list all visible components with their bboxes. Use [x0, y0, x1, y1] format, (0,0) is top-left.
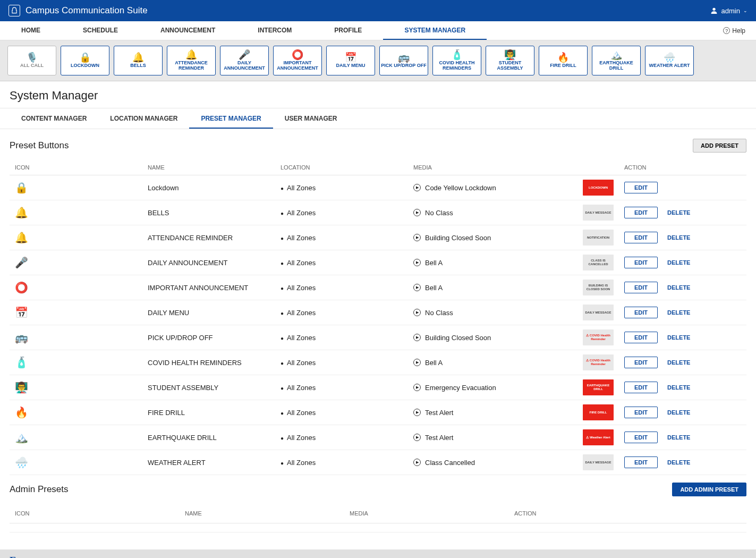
row-action: EDITDELETE	[619, 400, 746, 425]
play-icon[interactable]: ▶	[413, 259, 421, 266]
edit-button[interactable]: EDIT	[624, 456, 658, 468]
col-icon: ICON	[10, 504, 180, 523]
delete-link[interactable]: DELETE	[667, 434, 690, 441]
play-icon[interactable]: ▶	[413, 434, 421, 441]
edit-button[interactable]: EDIT	[624, 382, 658, 393]
subtab-location-manager[interactable]: LOCATION MANAGER	[98, 108, 189, 129]
row-location: ●All Zones	[275, 375, 408, 400]
row-location: ●All Zones	[275, 325, 408, 350]
subtab-content-manager[interactable]: CONTENT MANAGER	[10, 108, 98, 129]
preset-label: IMPORTANT ANNOUNCEMENT	[275, 61, 320, 71]
preset-quick-earthquake-drill[interactable]: 🏔️EARTHQUAKE DRILL	[592, 46, 641, 75]
row-icon: 🔔	[10, 200, 142, 225]
delete-link[interactable]: DELETE	[667, 334, 690, 341]
col-name: NAME	[180, 504, 344, 523]
edit-button[interactable]: EDIT	[624, 432, 658, 443]
preset-icon: 🌧️	[664, 53, 675, 62]
preset-quick-daily-announcement[interactable]: 🎤DAILY ANNOUNCEMENT	[220, 46, 269, 75]
delete-link[interactable]: DELETE	[667, 259, 690, 266]
help-link[interactable]: ? Help	[723, 27, 751, 35]
row-action: EDIT	[619, 175, 746, 200]
media-name: Building Closed Soon	[425, 334, 579, 342]
topnav-item-system-manager[interactable]: SYSTEM MANAGER	[383, 21, 487, 40]
play-icon[interactable]: ▶	[413, 459, 421, 466]
table-row: 🔥FIRE DRILL●All Zones▶Test AlertFIRE DRI…	[10, 400, 746, 425]
delete-link[interactable]: DELETE	[667, 459, 690, 466]
topnav-item-home[interactable]: HOME	[0, 21, 62, 40]
svg-point-0	[712, 8, 715, 11]
header-left: Campus Communication Suite	[9, 5, 148, 16]
delete-link[interactable]: DELETE	[667, 234, 690, 241]
user-menu[interactable]: admin ⌄	[710, 6, 747, 15]
preset-label: FIRE DRILL	[550, 63, 576, 69]
page-title: System Manager	[0, 81, 756, 108]
delete-link[interactable]: DELETE	[667, 409, 690, 416]
edit-button[interactable]: EDIT	[624, 232, 658, 243]
play-icon[interactable]: ▶	[413, 284, 421, 291]
play-icon[interactable]: ▶	[413, 184, 421, 191]
play-icon[interactable]: ▶	[413, 309, 421, 316]
edit-button[interactable]: EDIT	[624, 257, 658, 268]
preset-quick-pick-up-drop-off[interactable]: 🚌PICK UP/DROP OFF	[379, 46, 428, 75]
row-action: EDITDELETE	[619, 250, 746, 275]
add-preset-button[interactable]: ADD PRESET	[693, 139, 746, 153]
help-label: Help	[732, 27, 745, 35]
row-media: ▶Class CancelledDAILY MESSAGE	[408, 450, 619, 475]
preset-quick-covid-health-reminders[interactable]: 🧴COVID HEALTH REMINDERS	[432, 46, 481, 75]
preset-quick-bells[interactable]: 🔔BELLS	[114, 46, 163, 75]
topnav-item-schedule[interactable]: SCHEDULE	[62, 21, 139, 40]
play-icon[interactable]: ▶	[413, 384, 421, 391]
edit-button[interactable]: EDIT	[624, 182, 658, 193]
preset-quick-fire-drill[interactable]: 🔥FIRE DRILL	[539, 46, 588, 75]
subtab-user-manager[interactable]: USER MANAGER	[273, 108, 349, 129]
subtab-preset-manager[interactable]: PRESET MANAGER	[189, 108, 273, 129]
preset-buttons-section: Preset Buttons ADD PRESET ICONNAMELOCATI…	[0, 129, 756, 479]
add-admin-preset-button[interactable]: ADD ADMIN PRESET	[672, 483, 746, 496]
play-icon[interactable]: ▶	[413, 334, 421, 341]
preset-quick-important-announcement[interactable]: ⭕IMPORTANT ANNOUNCEMENT	[273, 46, 322, 75]
row-name: PICK UP/DROP OFF	[142, 325, 275, 350]
preset-icon: 🚌	[398, 53, 410, 62]
col-location: LOCATION	[275, 160, 408, 175]
preset-icon: 🎙️	[26, 53, 38, 62]
media-name: Code Yellow Lockdown	[425, 184, 579, 192]
table-row: 📅DAILY MENU●All Zones▶No ClassDAILY MESS…	[10, 300, 746, 325]
play-icon[interactable]: ▶	[413, 209, 421, 216]
preset-quick-student-assembly[interactable]: 👨‍🏫STUDENT ASSEMBLY	[486, 46, 534, 75]
edit-button[interactable]: EDIT	[624, 332, 658, 343]
delete-link[interactable]: DELETE	[667, 384, 690, 391]
delete-link[interactable]: DELETE	[667, 359, 690, 366]
edit-button[interactable]: EDIT	[624, 357, 658, 368]
preset-quick-all-call[interactable]: 🎙️ALL CALL	[7, 46, 56, 75]
preset-quick-attendance-reminder[interactable]: 🔔ATTENDANCE REMINDER	[167, 46, 216, 75]
topnav-item-intercom[interactable]: INTERCOM	[236, 21, 313, 40]
row-location: ●All Zones	[275, 400, 408, 425]
preset-label: DAILY MENU	[336, 63, 365, 69]
row-media: ▶Bell ABUILDING IS CLOSED SOON	[408, 275, 619, 300]
preset-label: EARTHQUAKE DRILL	[593, 61, 639, 71]
edit-button[interactable]: EDIT	[624, 407, 658, 418]
preset-quick-lockdown[interactable]: 🔒LOCKDOWN	[61, 46, 109, 75]
edit-button[interactable]: EDIT	[624, 207, 658, 218]
delete-link[interactable]: DELETE	[667, 284, 690, 291]
play-icon[interactable]: ▶	[413, 409, 421, 416]
delete-link[interactable]: DELETE	[667, 209, 690, 216]
preset-icon: 📅	[345, 53, 356, 62]
edit-button[interactable]: EDIT	[624, 282, 658, 293]
preset-quick-daily-menu[interactable]: 📅DAILY MENU	[326, 46, 375, 75]
media-thumbnail: DAILY MESSAGE	[583, 205, 614, 221]
delete-link[interactable]: DELETE	[667, 309, 690, 316]
row-icon: 🔥	[10, 400, 142, 425]
topnav-item-profile[interactable]: PROFILE	[313, 21, 383, 40]
preset-icon: ⭕	[292, 50, 303, 60]
topnav-item-announcement[interactable]: ANNOUNCEMENT	[139, 21, 236, 40]
chevron-down-icon: ⌄	[743, 8, 747, 13]
edit-button[interactable]: EDIT	[624, 307, 658, 318]
play-icon[interactable]: ▶	[413, 359, 421, 366]
row-name: FIRE DRILL	[142, 400, 275, 425]
preset-icon: 🔥	[557, 53, 569, 62]
media-name: Bell A	[425, 359, 579, 367]
preset-quick-weather-alert[interactable]: 🌧️WEATHER ALERT	[645, 46, 694, 75]
play-icon[interactable]: ▶	[413, 234, 421, 241]
row-name: WEATHER ALERT	[142, 450, 275, 475]
